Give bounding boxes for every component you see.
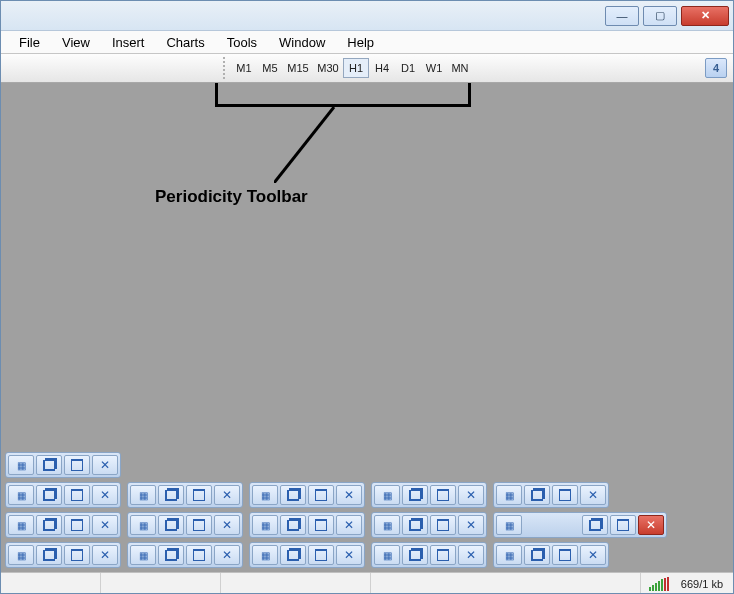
- child-window[interactable]: ▦ ✕: [127, 512, 243, 538]
- child-restore-button[interactable]: [36, 515, 62, 535]
- child-restore-button[interactable]: [158, 485, 184, 505]
- status-seg: [221, 573, 371, 594]
- child-close-button[interactable]: ✕: [458, 515, 484, 535]
- child-close-button[interactable]: ✕: [336, 515, 362, 535]
- child-close-button[interactable]: ✕: [336, 545, 362, 565]
- period-h1[interactable]: H1: [343, 58, 369, 78]
- chart-icon: ▦: [374, 485, 400, 505]
- period-m30[interactable]: M30: [313, 58, 343, 78]
- child-close-button[interactable]: ✕: [214, 515, 240, 535]
- child-window[interactable]: ▦ ✕: [249, 482, 365, 508]
- chart-count-badge[interactable]: 4: [705, 58, 727, 78]
- window-close-button[interactable]: ✕: [681, 6, 729, 26]
- child-window[interactable]: ▦ ✕: [5, 452, 121, 478]
- child-window[interactable]: ▦ ✕: [371, 542, 487, 568]
- child-maximize-button[interactable]: [186, 515, 212, 535]
- child-close-button[interactable]: ✕: [92, 545, 118, 565]
- menu-charts[interactable]: Charts: [156, 33, 214, 52]
- child-restore-button[interactable]: [402, 545, 428, 565]
- child-restore-button[interactable]: [36, 485, 62, 505]
- child-close-button[interactable]: ✕: [638, 515, 664, 535]
- child-maximize-button[interactable]: [308, 485, 334, 505]
- menu-file[interactable]: File: [9, 33, 50, 52]
- chart-icon: ▦: [252, 485, 278, 505]
- child-window[interactable]: ▦ ✕: [493, 542, 609, 568]
- menu-insert[interactable]: Insert: [102, 33, 155, 52]
- child-window[interactable]: ▦ ✕: [371, 512, 487, 538]
- child-window[interactable]: ▦ ✕: [127, 542, 243, 568]
- child-restore-button[interactable]: [582, 515, 608, 535]
- period-d1[interactable]: D1: [395, 58, 421, 78]
- child-maximize-button[interactable]: [430, 545, 456, 565]
- child-maximize-button[interactable]: [552, 545, 578, 565]
- child-maximize-button[interactable]: [308, 515, 334, 535]
- chart-icon: ▦: [8, 485, 34, 505]
- period-m5[interactable]: M5: [257, 58, 283, 78]
- child-maximize-button[interactable]: [64, 515, 90, 535]
- period-mn[interactable]: MN: [447, 58, 473, 78]
- chart-icon: ▦: [374, 515, 400, 535]
- child-close-button[interactable]: ✕: [214, 485, 240, 505]
- child-maximize-button[interactable]: [552, 485, 578, 505]
- child-maximize-button[interactable]: [308, 545, 334, 565]
- menu-tools[interactable]: Tools: [217, 33, 267, 52]
- child-close-button[interactable]: ✕: [580, 545, 606, 565]
- child-maximize-button[interactable]: [64, 545, 90, 565]
- child-restore-button[interactable]: [280, 545, 306, 565]
- period-m15[interactable]: M15: [283, 58, 313, 78]
- child-restore-button[interactable]: [158, 515, 184, 535]
- child-restore-button[interactable]: [524, 545, 550, 565]
- child-restore-button[interactable]: [158, 545, 184, 565]
- period-w1[interactable]: W1: [421, 58, 447, 78]
- menu-view[interactable]: View: [52, 33, 100, 52]
- periodicity-toolbar: M1 M5 M15 M30 H1 H4 D1 W1 MN: [223, 57, 473, 79]
- chart-icon: ▦: [8, 545, 34, 565]
- child-window[interactable]: ▦ ✕: [493, 482, 609, 508]
- child-maximize-button[interactable]: [64, 485, 90, 505]
- child-window-active[interactable]: ▦ ✕: [493, 512, 667, 538]
- child-close-button[interactable]: ✕: [458, 485, 484, 505]
- connection-status: 669/1 kb: [681, 578, 733, 590]
- child-restore-button[interactable]: [280, 515, 306, 535]
- child-maximize-button[interactable]: [186, 545, 212, 565]
- child-maximize-button[interactable]: [430, 485, 456, 505]
- child-window[interactable]: ▦ ✕: [5, 542, 121, 568]
- period-h4[interactable]: H4: [369, 58, 395, 78]
- child-close-button[interactable]: ✕: [458, 545, 484, 565]
- chart-icon: ▦: [252, 545, 278, 565]
- child-window[interactable]: ▦ ✕: [249, 512, 365, 538]
- child-restore-button[interactable]: [524, 485, 550, 505]
- child-maximize-button[interactable]: [610, 515, 636, 535]
- menu-help[interactable]: Help: [337, 33, 384, 52]
- menu-window[interactable]: Window: [269, 33, 335, 52]
- child-close-button[interactable]: ✕: [92, 485, 118, 505]
- child-window[interactable]: ▦ ✕: [249, 542, 365, 568]
- chart-icon: ▦: [130, 515, 156, 535]
- child-restore-button[interactable]: [402, 485, 428, 505]
- child-restore-button[interactable]: [36, 455, 62, 475]
- svg-line-0: [274, 107, 334, 183]
- chart-icon: ▦: [496, 515, 522, 535]
- minimize-icon: —: [617, 10, 628, 22]
- child-window[interactable]: ▦ ✕: [5, 512, 121, 538]
- period-m1[interactable]: M1: [231, 58, 257, 78]
- window-minimize-button[interactable]: —: [605, 6, 639, 26]
- child-restore-button[interactable]: [36, 545, 62, 565]
- child-close-button[interactable]: ✕: [92, 455, 118, 475]
- child-maximize-button[interactable]: [430, 515, 456, 535]
- child-restore-button[interactable]: [402, 515, 428, 535]
- child-close-button[interactable]: ✕: [92, 515, 118, 535]
- child-window[interactable]: ▦ ✕: [127, 482, 243, 508]
- child-close-button[interactable]: ✕: [214, 545, 240, 565]
- child-window[interactable]: ▦ ✕: [371, 482, 487, 508]
- child-maximize-button[interactable]: [64, 455, 90, 475]
- close-icon: ✕: [701, 9, 710, 22]
- window-maximize-button[interactable]: ▢: [643, 6, 677, 26]
- child-close-button[interactable]: ✕: [580, 485, 606, 505]
- child-maximize-button[interactable]: [186, 485, 212, 505]
- child-restore-button[interactable]: [280, 485, 306, 505]
- child-window[interactable]: ▦ ✕: [5, 482, 121, 508]
- child-close-button[interactable]: ✕: [336, 485, 362, 505]
- annotation-pointer: [274, 107, 344, 183]
- maximize-icon: ▢: [655, 9, 665, 22]
